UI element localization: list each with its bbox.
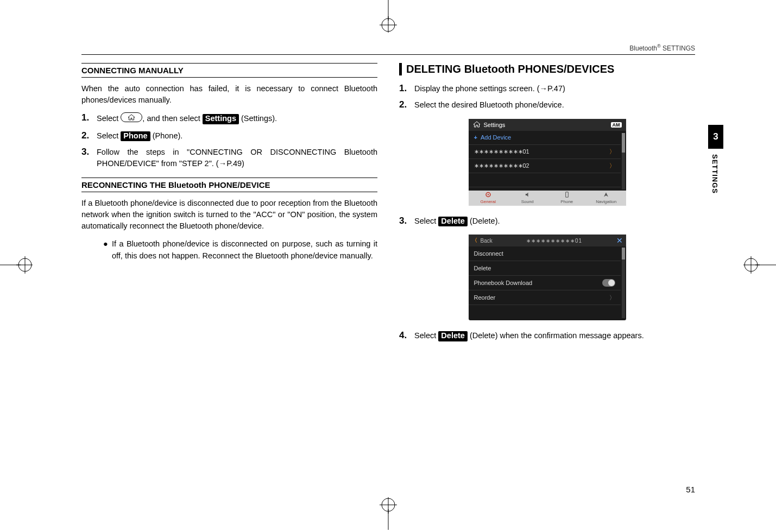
step-3: 3. Follow the steps in "CONNECTING OR DI… — [81, 147, 377, 170]
device-2-label: ∗∗∗∗∗∗∗∗∗∗02 — [474, 162, 529, 169]
delete-tag: Delete — [438, 217, 468, 226]
gear-icon — [484, 192, 492, 199]
step2-pre: Select — [97, 131, 121, 140]
crop-mark-right — [743, 232, 776, 300]
delete-row: Delete — [469, 261, 621, 276]
page-number: 51 — [686, 485, 695, 494]
reorder-label: Reorder — [474, 294, 496, 301]
chevron-right-icon: 〉 — [609, 148, 615, 156]
delete-label: Delete — [474, 265, 491, 271]
page-content: Bluetooth® SETTINGS CONNECTING MANUALLY … — [81, 43, 695, 494]
crop-mark-top — [356, 0, 421, 35]
empty-row — [469, 305, 621, 320]
side-tab: 3 SETTINGS — [708, 125, 723, 199]
delete-tag: Delete — [438, 331, 468, 341]
empty-row — [469, 173, 621, 187]
reconnecting-intro: If a Bluetooth phone/device is disconnec… — [81, 198, 377, 232]
step-body: Select Delete (Delete). — [414, 216, 695, 227]
step-number: 2. — [399, 99, 414, 110]
device-row-1: ∗∗∗∗∗∗∗∗∗∗01 〉 — [469, 145, 621, 159]
bullet-icon: ● — [103, 238, 112, 262]
step3-post: (Delete). — [468, 217, 500, 225]
step-body: Display the phone settings screen. (→P.4… — [414, 83, 695, 95]
step2-post: (Phone). — [150, 131, 183, 140]
step4-pre: Select — [414, 331, 438, 340]
header-sup: ® — [657, 43, 661, 49]
step-number: 2. — [81, 130, 97, 141]
navigation-icon — [602, 192, 610, 199]
scrollbar — [622, 133, 625, 189]
scrollbar — [622, 248, 625, 318]
right-column: DELETING Bluetooth PHONES/DEVICES 1. Dis… — [399, 63, 695, 472]
step-2: 2. Select Phone (Phone). — [81, 130, 377, 142]
step-body: Follow the steps in "CONNECTING OR DISCO… — [97, 147, 377, 170]
svg-rect-19 — [565, 192, 568, 197]
bottom-tabs: General Sound Phone Navigation — [469, 191, 626, 206]
back-label: Back — [481, 238, 493, 244]
step-1: 1. Select , and then select Settings (Se… — [81, 112, 377, 126]
tab-sound-label: Sound — [521, 199, 534, 204]
step1-post: (Settings). — [239, 114, 277, 123]
disconnect-label: Disconnect — [474, 250, 503, 257]
svg-point-12 — [745, 258, 758, 271]
bullet-text: If a Bluetooth phone/device is disconnec… — [112, 238, 377, 262]
step-body: Select the desired Bluetooth phone/devic… — [414, 99, 695, 111]
close-icon: ✕ — [616, 236, 623, 245]
tab-sound: Sound — [508, 191, 547, 206]
phonebook-download-row: Phonebook Download — [469, 276, 621, 290]
deleting-steps: 1. Display the phone settings screen. (→… — [399, 83, 695, 111]
settings-screenshot: Settings AM + Add Device ∗∗∗∗∗∗∗∗∗∗01 〉 — [399, 119, 695, 208]
step-1: 1. Display the phone settings screen. (→… — [399, 83, 695, 95]
crop-mark-left — [0, 232, 33, 300]
toggle-icon — [602, 279, 615, 287]
home-icon — [473, 121, 481, 129]
tab-general: General — [469, 191, 508, 206]
tab-navigation: Navigation — [586, 191, 626, 206]
phonebook-download-label: Phonebook Download — [474, 280, 533, 286]
device-1-label: ∗∗∗∗∗∗∗∗∗∗01 — [474, 148, 529, 155]
speaker-icon — [523, 192, 531, 199]
phone-icon — [563, 192, 571, 199]
disconnect-row: Disconnect — [469, 246, 621, 261]
connecting-manually-heading: CONNECTING MANUALLY — [81, 63, 377, 78]
reconnecting-heading: RECONNECTING THE Bluetooth PHONE/DEVICE — [81, 178, 377, 192]
step-body: Select Delete (Delete) when the confirma… — [414, 330, 695, 342]
deleting-step-4: 4. Select Delete (Delete) when the confi… — [399, 330, 695, 342]
plus-icon: + — [474, 134, 477, 141]
step-number: 1. — [81, 112, 97, 123]
add-device-row: + Add Device — [469, 131, 621, 145]
header-rule — [81, 54, 695, 55]
svg-rect-16 — [121, 113, 142, 122]
reconnecting-bullet: ● If a Bluetooth phone/device is disconn… — [103, 238, 377, 262]
step3-pre: Select — [414, 217, 438, 225]
device-row-2: ∗∗∗∗∗∗∗∗∗∗02 〉 — [469, 159, 621, 173]
crop-mark-bottom — [356, 497, 421, 532]
phone-tag: Phone — [121, 131, 150, 141]
header-pre: Bluetooth — [629, 45, 657, 52]
svg-point-1 — [382, 18, 395, 31]
connecting-manually-intro: When the auto connection has failed, it … — [81, 83, 377, 106]
am-badge: AM — [611, 122, 622, 128]
step-2: 2. Select the desired Bluetooth phone/de… — [399, 99, 695, 111]
step-number: 1. — [399, 83, 414, 94]
step1-pre: Select — [97, 114, 121, 123]
tab-navigation-label: Navigation — [596, 199, 616, 204]
chevron-right-icon: 〉 — [609, 162, 615, 170]
step-body: Select , and then select Settings (Setti… — [97, 112, 377, 126]
svg-point-4 — [382, 498, 395, 511]
step-3: 3. Select Delete (Delete). — [399, 216, 695, 227]
running-header: Bluetooth® SETTINGS — [629, 43, 695, 52]
step-number: 3. — [399, 216, 414, 226]
deleting-step-3: 3. Select Delete (Delete). — [399, 216, 695, 227]
step-number: 3. — [81, 147, 97, 157]
reorder-row: Reorder 〉 — [469, 290, 621, 305]
chapter-label: SETTINGS — [708, 149, 722, 199]
device-title: ∗∗∗∗∗∗∗∗∗∗01 — [496, 238, 613, 244]
settings-tag: Settings — [203, 114, 239, 124]
device-detail-screenshot: 〈 Back ∗∗∗∗∗∗∗∗∗∗01 ✕ Disconnect Delete — [399, 235, 695, 322]
chapter-number: 3 — [708, 125, 723, 149]
step1-mid: , and then select — [142, 114, 202, 123]
tab-phone-label: Phone — [560, 199, 573, 204]
tab-phone: Phone — [547, 191, 587, 206]
deleting-heading: DELETING Bluetooth PHONES/DEVICES — [399, 63, 695, 75]
